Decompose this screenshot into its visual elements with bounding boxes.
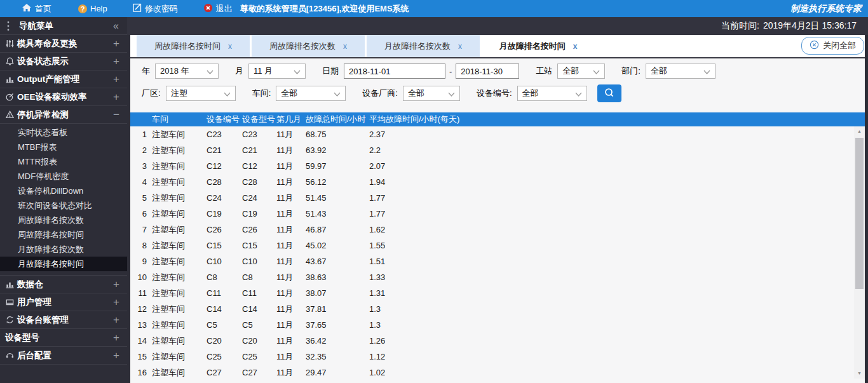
sidebar-subitem[interactable]: 周故障排名按次数 [0,213,127,227]
tab-close-icon[interactable]: x [573,42,578,51]
table-cell: C21 [207,145,242,155]
collapse-sidebar-button[interactable]: « [113,20,119,32]
sidebar-subitem[interactable]: 月故障排名按次数 [0,242,127,257]
tab-3[interactable]: 月故障排名按次数x [367,35,480,57]
month-select[interactable]: 11 月 [248,64,306,79]
table-row[interactable]: 9注塑车间C10C1011月43.671.51 [130,253,865,269]
tab-content: 年 2018 年 月 11 月 日期 - [130,58,865,383]
table-cell: 2.37 [369,130,865,139]
sidebar-subitem[interactable]: 设备停机DillDown [0,184,127,198]
table-row[interactable]: 3注塑车间C12C1211月59.972.07 [130,158,865,174]
sidebar-subitem[interactable]: 月故障排名按时间 [0,257,127,271]
sidebar-group[interactable]: 用户管理+ [0,293,127,311]
plant-select[interactable]: 注塑 [166,86,236,101]
table-row[interactable]: 6注塑车间C19C1911月51.431.77 [130,206,865,222]
sidebar-group[interactable]: OEE设备稼动效率+ [0,88,127,106]
vertical-scrollbar[interactable]: ▲ ▼ [854,126,865,379]
year-select[interactable]: 2018 年 [155,64,219,79]
expand-toggle-icon[interactable]: − [113,109,119,120]
table-cell: 11月 [276,161,306,172]
table-cell: C19 [242,209,276,218]
sidebar-subitem[interactable]: MTTR报表 [0,154,127,169]
expand-toggle-icon[interactable]: + [113,332,119,343]
device-number-select[interactable]: 全部 [517,86,587,101]
expand-toggle-icon[interactable]: + [113,314,119,325]
tab-2[interactable]: 周故障排名按次数x [252,35,365,57]
sidebar-subitem[interactable]: MDF停机密度 [0,169,127,184]
table-cell: 1.77 [369,193,865,203]
sidebar-group-label: Output产能管理 [17,74,79,85]
expand-toggle-icon[interactable]: + [113,74,119,84]
tab-1[interactable]: 周故障排名按时间x [137,35,250,57]
tab-close-icon[interactable]: x [228,42,232,51]
tab-close-icon[interactable]: x [458,42,462,51]
row-index: 4 [133,177,152,187]
sidebar-subitem[interactable]: MTBF报表 [0,140,127,154]
table-row[interactable]: 16注塑车间C27C2711月29.471.02 [130,365,865,379]
table-cell: 注塑车间 [152,224,207,236]
sidebar-group[interactable]: 设备台账管理+ [0,311,127,329]
sidebar-group[interactable]: 设备型号+ [0,329,127,347]
station-select[interactable]: 全部 [557,64,605,79]
scrollbar-thumb[interactable] [855,138,864,289]
table-row[interactable]: 11注塑车间C11C1111月38.071.31 [130,285,865,301]
sidebar-group-label: 设备状态展示 [17,56,69,67]
table-cell: C14 [207,304,242,314]
table-cell: C26 [242,225,276,234]
sidebar-group[interactable]: 后台配置+ [0,347,127,365]
table-row[interactable]: 2注塑车间C21C2111月63.922.2 [130,142,865,158]
sidebar-subitem[interactable]: 实时状态看板 [0,125,127,140]
department-select[interactable]: 全部 [646,64,715,79]
table-row[interactable]: 1注塑车间C23C2311月68.752.37 [130,126,865,142]
filter-row-2: 厂区: 注塑 车间: 全部 设备厂商: 全部 [142,84,865,102]
table-cell: 32.35 [306,352,369,361]
table-row[interactable]: 4注塑车间C28C2811月56.121.94 [130,174,865,190]
table-row[interactable]: 10注塑车间C8C811月38.631.33 [130,269,865,285]
table-cell: 2.07 [369,161,865,171]
sidebar-group[interactable]: 设备状态展示+ [0,53,127,71]
workshop-select[interactable]: 全部 [276,86,346,101]
home-button[interactable]: 首页 [22,3,51,15]
table-cell: C8 [207,272,242,282]
table-cell: 11月 [276,256,306,267]
expand-toggle-icon[interactable]: + [113,56,119,67]
scroll-down-button[interactable]: ▼ [854,368,865,379]
row-index: 5 [133,193,152,203]
tab-4[interactable]: 月故障排名按时间x [482,35,595,57]
table-row[interactable]: 5注塑车间C24C2411月51.451.77 [130,190,865,206]
table-row[interactable]: 12注塑车间C14C1411月37.811.3 [130,301,865,317]
sidebar-subitem[interactable]: 班次间设备状态对比 [0,198,127,213]
table-cell: C10 [207,257,242,266]
oee-gauge-icon [5,92,15,102]
sidebar-group[interactable]: 数据仓+ [0,276,127,293]
date-to-input[interactable] [456,64,519,79]
change-password-button[interactable]: 修改密码 [133,3,178,15]
sidebar-subitem[interactable]: 周故障排名按时间 [0,227,127,242]
table-row[interactable]: 14注塑车间C20C2011月36.421.26 [130,333,865,349]
table-row[interactable]: 8注塑车间C15C1511月45.021.55 [130,238,865,253]
tab-label: 月故障排名按时间 [499,41,566,52]
table-row[interactable]: 13注塑车间C5C511月37.651.3 [130,317,865,333]
sidebar-group[interactable]: 模具寿命及更换+ [0,35,127,53]
table-cell: 1.33 [369,272,865,282]
expand-toggle-icon[interactable]: + [113,91,119,102]
expand-toggle-icon[interactable]: + [113,297,119,307]
scroll-up-button[interactable]: ▲ [854,126,865,137]
expand-toggle-icon[interactable]: + [113,38,119,49]
tab-close-icon[interactable]: x [343,42,347,51]
search-button[interactable] [597,84,621,102]
table-row[interactable]: 15注塑车间C25C2511月32.351.12 [130,349,865,365]
table-cell: 注塑车间 [152,177,207,188]
date-from-input[interactable] [344,64,445,79]
table-row[interactable]: 7注塑车间C26C2611月46.871.62 [130,222,865,238]
sidebar-group[interactable]: Output产能管理+ [0,71,127,88]
backend-config-icon [5,351,15,360]
vendor-select[interactable]: 全部 [403,86,460,101]
logout-button[interactable]: 退出 [203,3,233,15]
help-button[interactable]: ? Help [78,4,107,13]
expand-toggle-icon[interactable]: + [113,279,119,290]
fault-ranking-table: 车间设备编号设备型号第几月故障总时间/小时平均故障时间/小时(每天) 1注塑车间… [130,112,865,379]
close-all-button[interactable]: 关闭全部 [801,37,864,55]
sidebar-group[interactable]: 停机异常检测− [0,106,127,124]
expand-toggle-icon[interactable]: + [113,350,119,361]
